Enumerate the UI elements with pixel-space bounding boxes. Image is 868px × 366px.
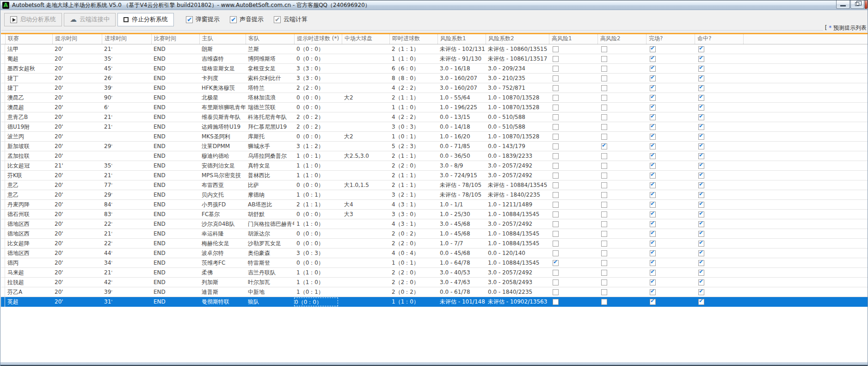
table-row[interactable]: 法甲20'21ˈEND朗斯兰斯0（0：0）2（1：1）未评估 - 102/131… — [1, 44, 868, 54]
start-analysis-button[interactable]: 启动分析系统 — [4, 13, 62, 26]
hit-checkbox[interactable] — [698, 231, 704, 237]
finished-checkbox[interactable] — [650, 211, 656, 217]
table-row[interactable]: 澳昆超20'6ˈEND布里斯班狮吼青年队瑞德兰茨联0（0：0）1（1：0）1.0… — [1, 103, 868, 112]
finished-checkbox[interactable] — [650, 46, 656, 52]
high-risk2-checkbox[interactable] — [601, 173, 607, 179]
stop-analysis-button[interactable]: 停止分析系统 — [117, 13, 174, 26]
high-risk1-checkbox[interactable] — [553, 143, 559, 149]
high-risk2-checkbox[interactable] — [601, 95, 607, 101]
finished-checkbox[interactable] — [650, 173, 656, 179]
high-risk2-checkbox[interactable] — [601, 163, 607, 169]
hit-checkbox[interactable] — [698, 182, 704, 188]
finished-checkbox[interactable] — [650, 143, 656, 149]
finished-checkbox[interactable] — [650, 270, 656, 276]
table-row[interactable]: 德石州联20'83ˈENDFC基尔胡舒默0（0：0）大33（3：0）1.0 - … — [1, 210, 868, 219]
table-row[interactable]: 墨西女超秋20'45ˈEND堤格雷斯女足拿根亚女足3（3：0）6（6：0）3.0… — [1, 64, 868, 74]
high-risk2-checkbox[interactable] — [601, 46, 607, 52]
high-risk1-checkbox[interactable] — [553, 182, 559, 188]
hit-checkbox[interactable] — [698, 66, 704, 72]
table-row[interactable]: 马来超20'21ˈEND柔佛吉兰丹联队1（1：0）2（2：0）3.0 - 40/… — [1, 268, 868, 278]
high-risk1-checkbox[interactable] — [553, 124, 559, 130]
high-risk2-checkbox[interactable] — [601, 66, 607, 72]
hit-checkbox[interactable] — [698, 250, 704, 256]
high-risk1-checkbox[interactable] — [553, 211, 559, 217]
high-risk1-checkbox[interactable] — [553, 192, 559, 198]
high-risk2-checkbox[interactable] — [601, 260, 607, 266]
high-risk2-checkbox[interactable] — [601, 279, 607, 285]
header-cell-15[interactable]: 命中? — [695, 34, 743, 44]
hit-checkbox[interactable] — [698, 299, 704, 305]
finished-checkbox[interactable] — [650, 134, 656, 140]
finished-checkbox[interactable] — [650, 279, 656, 285]
header-cell-8[interactable]: 中场大球盘 — [342, 34, 389, 44]
table-row[interactable]: 芬K联20'21ˈENDMPS马尔密竞技普林西比1（1：0）2（1：1）3.0 … — [1, 171, 868, 180]
hit-checkbox[interactable] — [698, 289, 704, 295]
high-risk1-checkbox[interactable] — [553, 85, 559, 91]
table-row[interactable]: 德U19附20'21ˈEND达姆施塔特U19拜仁慕尼黑U192（0：2）3（0：… — [1, 122, 868, 132]
high-risk2-checkbox[interactable] — [601, 114, 607, 120]
header-cell-11[interactable]: 风险系数2 — [486, 34, 549, 44]
finished-checkbox[interactable] — [650, 114, 656, 120]
hit-checkbox[interactable] — [698, 153, 704, 159]
hit-checkbox[interactable] — [698, 56, 704, 62]
table-row[interactable]: 葡超20'35ˈEND吉维森特博阿维斯塔0（0：0）1（1：0）未评估 - 91… — [1, 54, 868, 64]
finished-checkbox[interactable] — [650, 289, 656, 295]
cloud-compute-checkbox[interactable]: 云端计算 — [274, 15, 308, 24]
cloud-connect-button[interactable]: ☁ 云端连接中 — [64, 13, 116, 26]
hit-checkbox[interactable] — [698, 114, 704, 120]
high-risk1-checkbox[interactable] — [553, 231, 559, 237]
high-risk2-checkbox[interactable] — [601, 231, 607, 237]
hit-checkbox[interactable] — [698, 85, 704, 91]
high-risk2-checkbox[interactable] — [601, 182, 607, 188]
finished-checkbox[interactable] — [650, 95, 656, 101]
hit-checkbox[interactable] — [698, 134, 704, 140]
hit-checkbox[interactable] — [698, 95, 704, 101]
header-cell-2[interactable]: 提示时间 — [52, 34, 102, 44]
header-cell-4[interactable]: 比赛时间 — [151, 34, 199, 44]
table-row[interactable]: 德丙20'34ˈEND茨维考FC特雷斯登0（0：0）1（0：1）1.0 - 64… — [1, 258, 868, 268]
high-risk2-checkbox[interactable] — [601, 75, 607, 81]
table-row[interactable]: 拉脱超20'42ˈEND列加斯叶尔加瓦1（1：0）2（2：0）3.0 - 47/… — [1, 278, 868, 287]
finished-checkbox[interactable] — [650, 202, 656, 208]
finished-checkbox[interactable] — [650, 192, 656, 198]
finished-checkbox[interactable] — [650, 153, 656, 159]
header-cell-6[interactable]: 客队 — [246, 34, 294, 44]
high-risk2-checkbox[interactable] — [601, 202, 607, 208]
high-risk1-checkbox[interactable] — [553, 289, 559, 295]
hit-checkbox[interactable] — [698, 211, 704, 217]
table-row[interactable]: 德地区西20'21ˈEND幸运科隆胡派达尔0（0：0）2（0：2）1.0 - 4… — [1, 229, 868, 239]
table-row[interactable]: 捷丁20'39ˈENDHFK奥洛穆茨塔特兰2（2：0）4（2：2）3.0 - 1… — [1, 83, 868, 93]
header-cell-9[interactable]: 即时进球数 — [389, 34, 437, 44]
high-risk1-checkbox[interactable] — [553, 299, 559, 305]
hit-checkbox[interactable] — [698, 124, 704, 130]
high-risk2-checkbox[interactable] — [601, 124, 607, 130]
high-risk1-checkbox[interactable] — [553, 221, 559, 227]
header-cell-5[interactable]: 主队 — [199, 34, 246, 44]
high-risk1-checkbox[interactable] — [553, 270, 559, 276]
header-cell-7[interactable]: 提示时进球数 (*) — [294, 34, 342, 44]
high-risk2-checkbox[interactable] — [601, 211, 607, 217]
header-cell-14[interactable]: 完场? — [646, 34, 695, 44]
table-row[interactable]: 新加坡联20'29ˈEND汶莱DPMM狮城水手3（1：2）5（2：3）0.0 -… — [1, 142, 868, 151]
table-row[interactable]: 意乙20'29ˈEND贝内文托摩德纳1（0：1）3（2：1）未评估 - 78/1… — [1, 190, 868, 200]
high-risk2-checkbox[interactable] — [601, 105, 607, 111]
high-risk2-checkbox[interactable] — [601, 299, 607, 305]
high-risk1-checkbox[interactable] — [553, 134, 559, 140]
table-row[interactable]: 波兰丙20'ENDMKS圣阿利库斯托0（0：0）大21（0：1）1.0 - 16… — [1, 132, 868, 142]
close-button[interactable] — [865, 0, 868, 9]
high-risk2-checkbox[interactable] — [601, 192, 607, 198]
high-risk1-checkbox[interactable] — [553, 163, 559, 169]
table-row[interactable]: 德地区西20'44ˈEND波卓尔特奥伯豪森3（0：3）4（0：4）0.0 - 4… — [1, 248, 868, 258]
finished-checkbox[interactable] — [650, 75, 656, 81]
maximize-button[interactable] — [850, 0, 864, 9]
header-cell-1[interactable]: 联赛 — [5, 34, 52, 44]
high-risk2-checkbox[interactable] — [601, 241, 607, 247]
high-risk1-checkbox[interactable] — [553, 260, 559, 266]
high-risk2-checkbox[interactable] — [601, 289, 607, 295]
finished-checkbox[interactable] — [650, 299, 656, 305]
high-risk2-checkbox[interactable] — [601, 153, 607, 159]
high-risk2-checkbox[interactable] — [601, 143, 607, 149]
header-cell-12[interactable]: 高风险1 — [549, 34, 597, 44]
high-risk2-checkbox[interactable] — [601, 250, 607, 256]
high-risk2-checkbox[interactable] — [601, 221, 607, 227]
